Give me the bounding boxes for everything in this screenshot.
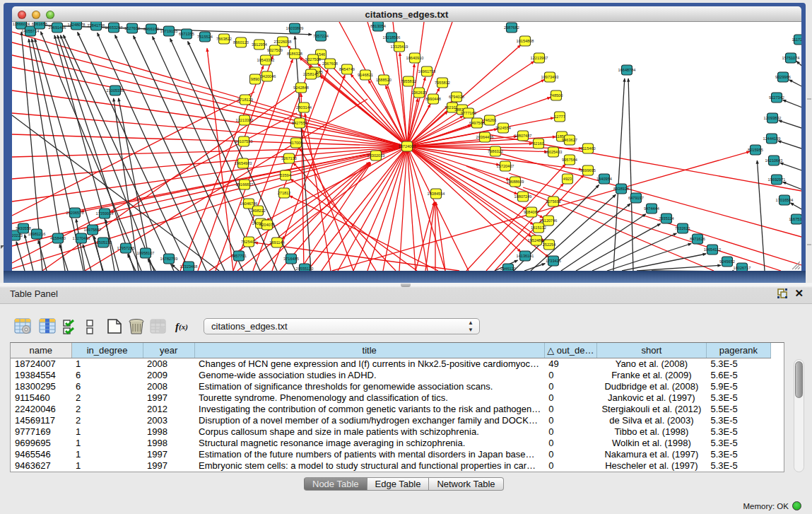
svg-text:10958107: 10958107 <box>137 251 155 255</box>
svg-text:12505135: 12505135 <box>95 240 112 245</box>
svg-text:20691406: 20691406 <box>49 25 66 30</box>
svg-text:7955812: 7955812 <box>401 79 416 83</box>
svg-text:10107553: 10107553 <box>235 139 253 144</box>
svg-text:14136141: 14136141 <box>517 254 534 258</box>
svg-text:19654983: 19654983 <box>235 161 252 165</box>
svg-text:15692971: 15692971 <box>768 177 786 182</box>
svg-text:4158480: 4158480 <box>50 236 66 240</box>
svg-text:1117204: 1117204 <box>792 37 801 42</box>
svg-text:18724007: 18724007 <box>399 144 416 148</box>
svg-text:252254: 252254 <box>543 243 556 247</box>
svg-text:16782759: 16782759 <box>160 257 178 261</box>
svg-text:3624554: 3624554 <box>495 126 511 130</box>
svg-text:7663822: 7663822 <box>216 37 232 41</box>
svg-text:9245652: 9245652 <box>719 259 735 264</box>
svg-text:9242848: 9242848 <box>293 86 309 90</box>
svg-text:20206576: 20206576 <box>66 211 84 215</box>
svg-text:2367608: 2367608 <box>322 62 338 66</box>
svg-text:2718129: 2718129 <box>237 98 253 102</box>
svg-text:748500: 748500 <box>550 93 563 98</box>
svg-text:16210643: 16210643 <box>765 158 783 163</box>
svg-text:3716485: 3716485 <box>283 257 299 261</box>
svg-text:2987682: 2987682 <box>504 25 519 30</box>
svg-text:1588520: 1588520 <box>376 78 392 82</box>
svg-text:9957564: 9957564 <box>562 158 577 162</box>
svg-text:8660123: 8660123 <box>233 40 249 45</box>
svg-text:15751074: 15751074 <box>782 56 800 60</box>
svg-text:12444159: 12444159 <box>763 136 781 141</box>
svg-text:10688609: 10688609 <box>507 180 524 184</box>
svg-text:417006: 417006 <box>290 141 303 145</box>
svg-text:6497568: 6497568 <box>469 121 485 125</box>
svg-text:8215955: 8215955 <box>748 148 763 152</box>
svg-text:14055714: 14055714 <box>22 29 40 33</box>
svg-text:12213382: 12213382 <box>236 118 254 122</box>
svg-text:16961758: 16961758 <box>418 69 436 74</box>
svg-text:271812: 271812 <box>278 191 291 195</box>
svg-text:19218506: 19218506 <box>383 35 401 40</box>
svg-text:16120746: 16120746 <box>540 218 558 223</box>
svg-text:15720407: 15720407 <box>497 164 514 168</box>
svg-text:1527602: 1527602 <box>124 26 140 30</box>
svg-text:9463627: 9463627 <box>562 138 577 142</box>
svg-text:7955812: 7955812 <box>435 81 450 85</box>
svg-text:7632621: 7632621 <box>675 226 690 230</box>
svg-text:9115460: 9115460 <box>580 146 595 151</box>
svg-text:3912954: 3912954 <box>252 42 267 47</box>
svg-text:12093832: 12093832 <box>764 116 782 120</box>
svg-text:9227342: 9227342 <box>769 95 784 100</box>
svg-text:6061658: 6061658 <box>32 22 47 26</box>
svg-text:11866024: 11866024 <box>13 22 30 26</box>
svg-text:1640954: 1640954 <box>596 177 612 181</box>
svg-text:10975887: 10975887 <box>84 228 102 232</box>
svg-text:10025433: 10025433 <box>545 150 563 154</box>
svg-text:9474444: 9474444 <box>644 206 659 211</box>
svg-text:7625402: 7625402 <box>241 240 257 244</box>
svg-text:8427552: 8427552 <box>292 121 307 125</box>
svg-text:19384554: 19384554 <box>428 192 445 196</box>
svg-text:1362615: 1362615 <box>411 90 427 95</box>
svg-text:17359934: 17359934 <box>96 211 114 216</box>
svg-text:9327508: 9327508 <box>305 57 321 62</box>
svg-text:18981216: 18981216 <box>28 232 46 236</box>
svg-text:3430558: 3430558 <box>16 226 31 230</box>
svg-text:23226058: 23226058 <box>274 40 292 44</box>
svg-text:1733426: 1733426 <box>546 259 561 263</box>
svg-text:19166827: 19166827 <box>236 182 254 187</box>
svg-text:1691144: 1691144 <box>269 240 284 245</box>
svg-text:2935114: 2935114 <box>659 216 673 221</box>
svg-text:1615132: 1615132 <box>531 226 546 230</box>
svg-text:12323468: 12323468 <box>180 264 198 269</box>
svg-text:9084067: 9084067 <box>524 210 539 214</box>
svg-text:23420046: 23420046 <box>259 74 276 78</box>
svg-text:9699695: 9699695 <box>580 168 596 173</box>
svg-text:21005336: 21005336 <box>107 88 124 93</box>
svg-text:16046786: 16046786 <box>240 201 258 206</box>
svg-text:3267130: 3267130 <box>281 156 297 160</box>
svg-text:9457791: 9457791 <box>231 254 247 258</box>
svg-text:10654112: 10654112 <box>704 247 721 252</box>
svg-text:18026717: 18026717 <box>734 266 751 270</box>
svg-text:7515524: 7515524 <box>197 35 213 39</box>
svg-text:7357224: 7357224 <box>313 34 329 38</box>
svg-text:10154808: 10154808 <box>517 39 534 43</box>
svg-text:9890: 9890 <box>251 77 259 81</box>
svg-text:10653267: 10653267 <box>105 25 123 30</box>
svg-text:12213967: 12213967 <box>531 56 548 60</box>
svg-text:9329966: 9329966 <box>775 75 791 79</box>
svg-text:1075692: 1075692 <box>546 199 561 204</box>
svg-text:14248078: 14248078 <box>68 23 86 27</box>
svg-text:8938928: 8938928 <box>613 187 629 191</box>
svg-text:17016504: 17016504 <box>776 198 794 202</box>
svg-text:10807487: 10807487 <box>514 134 532 138</box>
svg-text:12777: 12777 <box>554 115 565 119</box>
svg-text:6671355: 6671355 <box>179 32 194 36</box>
svg-text:4923: 4923 <box>563 177 572 181</box>
svg-text:7986322: 7986322 <box>488 149 503 153</box>
svg-text:8204075: 8204075 <box>259 223 275 227</box>
svg-text:6466160: 6466160 <box>143 27 159 31</box>
svg-text:6794028: 6794028 <box>449 95 464 99</box>
svg-text:10973493: 10973493 <box>541 75 559 79</box>
svg-text:10719155: 10719155 <box>160 29 178 33</box>
svg-text:1498222: 1498222 <box>250 209 266 213</box>
